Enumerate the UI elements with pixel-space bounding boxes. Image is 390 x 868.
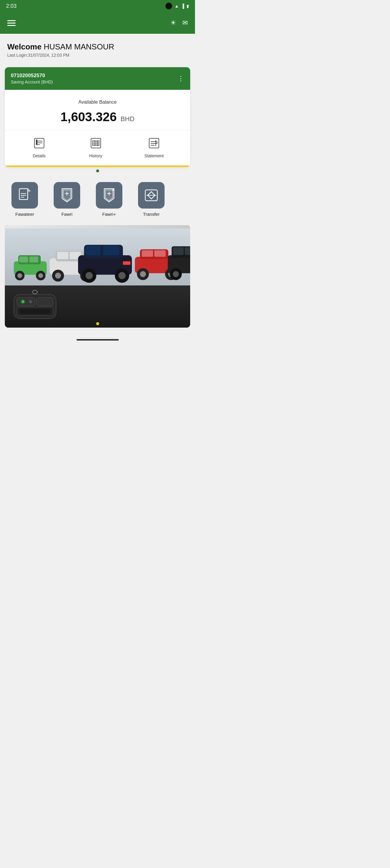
svg-rect-4 — [36, 140, 37, 141]
banner-cars — [5, 225, 190, 285]
fawri-icon-wrap — [54, 182, 80, 209]
svg-rect-81 — [173, 247, 184, 255]
services-row: Fawateer Fawri Fawri+ — [0, 176, 195, 223]
svg-rect-93 — [20, 309, 50, 314]
svg-rect-55 — [57, 252, 69, 259]
svg-point-91 — [40, 299, 45, 304]
account-header: 071020052570 Saving Account (BHD) ⋮ — [5, 67, 190, 90]
svg-rect-72 — [142, 250, 153, 257]
last-login: Last Login:31/07/2024, 12:03 PM — [7, 53, 188, 58]
svg-rect-64 — [103, 246, 119, 255]
account-info: 071020052570 Saving Account (BHD) — [11, 73, 53, 84]
wifi-icon: ▲ — [175, 4, 179, 8]
fawri-icon — [59, 187, 75, 203]
fawri-plus-button[interactable]: Fawri+ — [88, 182, 130, 217]
svg-rect-73 — [154, 250, 166, 257]
battery-icon: ▮ — [186, 4, 189, 8]
fawateer-label: Fawateer — [16, 212, 34, 217]
svg-point-46 — [38, 273, 43, 278]
banner-carousel-indicator — [5, 322, 190, 325]
status-bar: 2:03 ▲ ▐ ▮ — [0, 0, 195, 12]
status-icons: ▲ ▐ ▮ — [166, 3, 189, 9]
svg-point-44 — [18, 273, 22, 278]
balance-display: 1,603.326 BHD — [11, 110, 184, 124]
balance-currency: BHD — [121, 115, 134, 123]
svg-point-60 — [86, 272, 93, 279]
fawri-plus-label: Fawri+ — [102, 212, 116, 217]
welcome-prefix: Welcome — [7, 42, 41, 51]
fawri-plus-icon-wrap — [96, 182, 122, 209]
svg-text:$: $ — [156, 141, 158, 144]
svg-rect-6 — [36, 143, 37, 145]
statement-label: Statement — [144, 153, 164, 158]
svg-rect-63 — [86, 246, 101, 255]
signal-icon: ▐ — [181, 4, 184, 8]
bottom-bar — [0, 334, 195, 346]
history-button[interactable]: History — [88, 135, 104, 158]
balance-label: Available Balance — [11, 99, 184, 105]
fawateer-button[interactable]: Fawateer — [4, 182, 46, 217]
svg-point-94 — [33, 290, 37, 294]
transfer-button[interactable]: Transfer — [130, 182, 172, 217]
svg-rect-23 — [19, 189, 28, 199]
quick-actions: Details History — [5, 130, 190, 165]
svg-rect-47 — [19, 256, 28, 262]
account-more-button[interactable]: ⋮ — [178, 75, 184, 82]
svg-point-92 — [48, 299, 53, 304]
banner-area — [5, 225, 190, 328]
fawateer-icon — [17, 187, 33, 203]
account-type: Saving Account (BHD) — [11, 80, 53, 84]
transfer-icon-wrap — [138, 182, 164, 209]
history-icon — [88, 135, 104, 151]
account-number: 071020052570 — [11, 73, 53, 79]
transfer-icon — [144, 187, 159, 203]
svg-point-88 — [21, 300, 24, 303]
brightness-icon[interactable]: ☀ — [170, 19, 176, 27]
svg-point-52 — [55, 273, 61, 279]
svg-point-90 — [29, 300, 32, 303]
statement-icon: $ — [146, 135, 162, 151]
fawri-button[interactable]: Fawri — [46, 182, 88, 217]
key-svg — [8, 288, 98, 324]
top-nav: ☀ ✉ — [0, 12, 195, 34]
menu-button[interactable] — [7, 20, 16, 26]
carousel-indicator — [0, 167, 195, 176]
account-card: 071020052570 Saving Account (BHD) ⋮ Avai… — [5, 67, 190, 167]
details-button[interactable]: Details — [31, 135, 47, 158]
fawri-label: Fawri — [61, 212, 72, 217]
banner-key — [5, 285, 190, 328]
history-label: History — [89, 153, 102, 158]
svg-rect-82 — [185, 247, 190, 255]
svg-rect-48 — [29, 256, 38, 262]
transfer-label: Transfer — [143, 212, 159, 217]
svg-rect-5 — [36, 141, 37, 143]
home-indicator — [77, 339, 119, 341]
balance-area: Available Balance 1,603.326 BHD — [5, 90, 190, 130]
svg-point-78 — [173, 271, 179, 277]
balance-amount: 1,603.326 — [61, 110, 117, 124]
camera-dot — [166, 3, 172, 9]
welcome-title: Welcome HUSAM MANSOUR — [7, 42, 188, 52]
svg-point-62 — [118, 272, 126, 279]
details-icon — [31, 135, 47, 151]
welcome-section: Welcome HUSAM MANSOUR Last Login:31/07/2… — [0, 34, 195, 62]
welcome-name: HUSAM MANSOUR — [44, 42, 114, 51]
fawri-plus-icon — [101, 187, 117, 203]
details-label: Details — [33, 153, 46, 158]
status-time: 2:03 — [6, 3, 17, 9]
nav-right: ☀ ✉ — [170, 19, 188, 27]
svg-rect-65 — [123, 261, 130, 265]
mail-icon[interactable]: ✉ — [182, 19, 188, 27]
cars-svg — [5, 228, 190, 285]
svg-point-69 — [140, 271, 146, 277]
statement-button[interactable]: $ Statement — [144, 135, 164, 158]
fawateer-icon-wrap — [11, 182, 38, 209]
